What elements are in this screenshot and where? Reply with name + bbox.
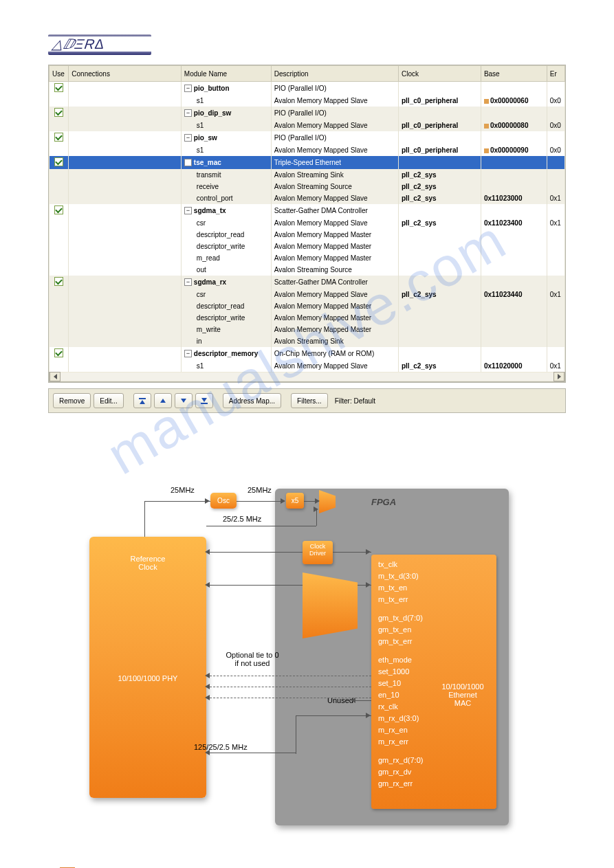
col-use[interactable]: Use (50, 66, 69, 82)
clock-cell (398, 264, 481, 276)
use-checkbox[interactable] (54, 205, 63, 214)
clock-cell: pll_c0_peripheral (398, 120, 481, 131)
table-row[interactable]: −tse_macTriple-Speed Ethernet (50, 156, 565, 169)
description-cell: On-Chip Memory (RAM or ROM) (271, 347, 398, 360)
module-name: receive (197, 183, 219, 190)
col-module-name[interactable]: Module Name (181, 66, 271, 82)
sopc-builder-grid: Use Connections Module Name Description … (48, 65, 566, 383)
table-row[interactable]: −descriptor_memoryOn-Chip Memory (RAM or… (50, 347, 565, 360)
table-row[interactable]: inAvalon Streaming Sink (50, 335, 565, 347)
signal-label: gm_rx_err (378, 778, 490, 790)
table-row[interactable]: s1Avalon Memory Mapped Slavepll_c0_perip… (50, 120, 565, 131)
use-checkbox[interactable] (54, 133, 63, 142)
col-er[interactable]: Er (547, 66, 564, 82)
address-map-button[interactable]: Address Map... (223, 393, 281, 408)
signal-label: gm_rx_d(7:0) (378, 755, 490, 766)
signal-label: m_tx_en (378, 582, 490, 594)
move-bottom-button[interactable] (195, 393, 213, 408)
phy-label-1: Reference (89, 555, 206, 563)
table-row[interactable]: m_readAvalon Memory Mapped Master (50, 252, 565, 264)
base-cell (481, 276, 547, 289)
edit-button[interactable]: Edit... (94, 393, 124, 408)
clock-cell (398, 241, 481, 252)
expand-icon[interactable]: − (184, 278, 192, 286)
module-name: csr (197, 291, 206, 298)
expand-icon[interactable]: − (184, 85, 192, 92)
module-name: in (197, 337, 202, 345)
table-row[interactable]: control_portAvalon Memory Mapped Slavepl… (50, 192, 565, 204)
end-cell (547, 82, 564, 96)
expand-icon[interactable]: − (184, 350, 192, 357)
label-125: 125/25/2.5 MHz (194, 743, 248, 751)
table-row[interactable]: −pio_swPIO (Parallel I/O) (50, 131, 565, 144)
table-row[interactable]: −sgdma_rxScatter-Gather DMA Controller (50, 276, 565, 289)
module-name: pio_button (194, 85, 230, 92)
table-row[interactable]: csrAvalon Memory Mapped Slavepll_c2_sys0… (50, 217, 565, 229)
end-cell (547, 300, 564, 312)
filters-button[interactable]: Filters... (291, 393, 328, 408)
end-cell (547, 347, 564, 360)
module-name: descriptor_write (197, 314, 245, 322)
altera-logo: △ⅅΞR∆ (48, 34, 566, 55)
table-row[interactable]: descriptor_readAvalon Memory Mapped Mast… (50, 300, 565, 312)
base-cell (481, 131, 547, 144)
end-cell (547, 264, 564, 276)
clock-cell: pll_c2_sys (398, 169, 481, 181)
base-cell: 0x00000060 (481, 95, 547, 107)
signal-label: gm_tx_en (378, 624, 490, 636)
use-checkbox[interactable] (54, 157, 63, 166)
table-row[interactable]: −sgdma_txScatter-Gather DMA Controller (50, 204, 565, 217)
table-row[interactable]: descriptor_writeAvalon Memory Mapped Mas… (50, 241, 565, 252)
phy-label-2: Clock (89, 563, 206, 571)
expand-icon[interactable]: − (184, 207, 192, 214)
base-cell (481, 335, 547, 347)
table-row[interactable]: descriptor_readAvalon Memory Mapped Mast… (50, 229, 565, 241)
signal-label: m_rx_d(3:0) (378, 713, 490, 724)
use-checkbox[interactable] (54, 348, 63, 357)
table-row[interactable]: outAvalon Streaming Source (50, 264, 565, 276)
horizontal-scrollbar[interactable] (49, 372, 565, 382)
table-row[interactable]: descriptor_writeAvalon Memory Mapped Mas… (50, 312, 565, 324)
clock-cell (398, 276, 481, 289)
col-connections[interactable]: Connections (69, 66, 182, 82)
end-cell: 0x1 (547, 192, 564, 204)
clock-cell (398, 300, 481, 312)
table-row[interactable]: s1Avalon Memory Mapped Slavepll_c0_perip… (50, 144, 565, 156)
col-description[interactable]: Description (271, 66, 398, 82)
table-row[interactable]: csrAvalon Memory Mapped Slavepll_c2_sys0… (50, 289, 565, 300)
col-clock[interactable]: Clock (398, 66, 481, 82)
description-cell: Avalon Memory Mapped Slave (271, 289, 398, 300)
table-row[interactable]: s1Avalon Memory Mapped Slavepll_c0_perip… (50, 95, 565, 107)
label-25mhz-b: 25MHz (248, 486, 272, 494)
module-name: s1 (197, 122, 204, 129)
table-row[interactable]: s1Avalon Memory Mapped Slavepll_c2_sys0x… (50, 360, 565, 372)
signal-label: m_tx_err (378, 594, 490, 605)
use-checkbox[interactable] (54, 83, 63, 92)
description-cell: Avalon Memory Mapped Slave (271, 95, 398, 107)
clock-cell: pll_c2_sys (398, 192, 481, 204)
table-row[interactable]: transmitAvalon Streaming Sinkpll_c2_sys (50, 169, 565, 181)
expand-icon[interactable]: − (184, 109, 192, 117)
use-checkbox[interactable] (54, 108, 63, 117)
end-cell: 0x0 (547, 95, 564, 107)
scroll-left-icon[interactable] (50, 372, 61, 381)
table-row[interactable]: m_writeAvalon Memory Mapped Master (50, 324, 565, 335)
fpga-label: FPGA (371, 497, 396, 507)
move-down-button[interactable] (175, 393, 193, 408)
col-base[interactable]: Base (481, 66, 547, 82)
base-cell (481, 82, 547, 96)
move-top-button[interactable] (133, 393, 151, 408)
scroll-right-icon[interactable] (553, 372, 564, 381)
description-cell: Avalon Streaming Source (271, 181, 398, 192)
move-up-button[interactable] (154, 393, 172, 408)
signal-label: m_rx_en (378, 724, 490, 736)
table-row[interactable]: −pio_dip_swPIO (Parallel I/O) (50, 107, 565, 120)
table-row[interactable]: receiveAvalon Streaming Sourcepll_c2_sys (50, 181, 565, 192)
expand-icon[interactable]: − (184, 159, 192, 166)
description-cell: Triple-Speed Ethernet (271, 156, 398, 169)
signal-label: m_rx_err (378, 736, 490, 748)
use-checkbox[interactable] (54, 277, 63, 286)
table-row[interactable]: −pio_buttonPIO (Parallel I/O) (50, 82, 565, 96)
expand-icon[interactable]: − (184, 134, 192, 142)
remove-button[interactable]: Remove (53, 393, 91, 408)
